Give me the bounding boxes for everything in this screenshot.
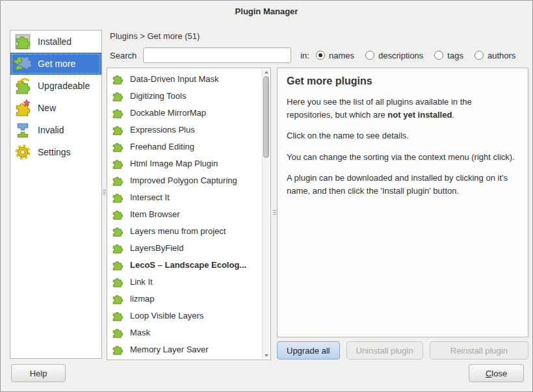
plugin-list-item[interactable]: Improved Polygon Capturing (107, 172, 262, 189)
details-panel: Get more plugins Here you see the list o… (277, 68, 528, 337)
sidebar-item-label: Invalid (38, 125, 64, 135)
plugin-puzzle-icon (112, 73, 124, 85)
search-in-label: in: (300, 51, 309, 60)
upgradeable-plugin-icon (14, 77, 32, 95)
close-button[interactable]: Close (469, 364, 524, 382)
plugin-puzzle-icon (112, 174, 124, 186)
sidebar-item-label: Get more (38, 59, 75, 69)
plugin-puzzle-icon (112, 140, 124, 152)
settings-gear-icon (14, 143, 32, 161)
installed-plugin-icon (14, 33, 32, 51)
plugin-puzzle-icon (112, 208, 124, 220)
plugin-list-item[interactable]: Data-Driven Input Mask (107, 70, 262, 87)
plugin-list-item[interactable]: Intersect It (107, 189, 262, 205)
details-paragraph: You can change the sorting via the conte… (287, 151, 519, 164)
plugin-name: Freehand Editing (130, 142, 194, 151)
plugin-puzzle-icon (112, 276, 124, 287)
radio-tags[interactable]: tags (434, 51, 463, 60)
plugin-name: Dockable MirrorMap (130, 108, 206, 118)
plugin-name: Digitizing Tools (130, 91, 186, 101)
plugin-list-item[interactable]: Memory Layer Saver (107, 341, 262, 358)
sidebar: Installed Get more (10, 30, 102, 359)
plugin-puzzle-icon (112, 326, 124, 338)
uninstall-plugin-button[interactable]: Uninstall plugin (346, 341, 423, 359)
radio-authors[interactable]: authors (474, 51, 515, 60)
sidebar-item-new[interactable]: New (10, 97, 101, 119)
radio-circle-icon (365, 51, 374, 60)
sidebar-item-installed[interactable]: Installed (10, 31, 101, 53)
plugin-name: lizmap (130, 294, 155, 304)
plugin-list-item[interactable]: lizmap (107, 290, 262, 307)
titlebar[interactable]: Plugin Manager (1, 1, 532, 21)
plugin-list-item[interactable]: Mask (107, 324, 262, 341)
plugin-puzzle-icon (112, 225, 124, 237)
plugin-name: Layers menu from project (130, 226, 226, 236)
scrollbar-thumb[interactable] (263, 76, 269, 158)
plugin-puzzle-icon (112, 107, 124, 118)
plugin-name: LayersByField (130, 243, 183, 253)
plugin-list-item[interactable]: Html Image Map Plugin (107, 155, 262, 172)
plugin-manager-dialog: Plugin Manager Installed (0, 0, 533, 392)
plugin-name: Link It (130, 277, 153, 287)
get-more-plugin-icon (14, 55, 32, 73)
plugin-name: Intersect It (130, 192, 170, 202)
plugin-list-item[interactable]: Link It (107, 273, 262, 290)
upgrade-all-button[interactable]: Upgrade all (277, 341, 340, 359)
plugin-puzzle-icon (112, 309, 124, 321)
radio-circle-icon (434, 51, 443, 60)
plugin-list-item[interactable]: Freehand Editing (107, 138, 262, 155)
plugin-list-item[interactable]: Layers menu from project (107, 222, 262, 239)
plugin-name: Improved Polygon Capturing (130, 176, 237, 185)
list-details-splitter-handle[interactable] (273, 210, 276, 215)
sidebar-item-get-more[interactable]: Get more (10, 53, 101, 75)
breadcrumb: Plugins > Get more (51) (110, 31, 200, 41)
radio-names[interactable]: names (316, 51, 354, 60)
sidebar-item-upgradeable[interactable]: Upgradeable (10, 75, 101, 97)
radio-circle-icon (316, 51, 325, 60)
radio-descriptions[interactable]: descriptions (365, 51, 423, 60)
plugin-name: Expressions Plus (130, 125, 195, 135)
invalid-plugin-icon (14, 121, 32, 139)
plugin-list: Data-Driven Input Mask Digitizing Tools … (107, 70, 262, 359)
plugin-list-item[interactable]: Expressions Plus (107, 121, 262, 138)
plugin-list-item[interactable]: LayersByField (107, 239, 262, 256)
plugin-list-item[interactable]: LecoS – Landscape Ecolog... (107, 256, 262, 273)
details-paragraph: Here you see the list of all plugins ava… (287, 96, 519, 121)
sidebar-item-invalid[interactable]: Invalid (10, 119, 101, 141)
details-paragraph: Click on the name to see details. (287, 129, 519, 142)
plugin-list-item[interactable]: Loop Visible Layers (107, 307, 262, 324)
sidebar-splitter-handle[interactable] (103, 190, 106, 194)
plugin-puzzle-icon (112, 343, 124, 355)
plugin-list-panel: Data-Driven Input Mask Digitizing Tools … (107, 68, 271, 360)
search-row: Search in: names descriptions tags autho… (110, 47, 528, 64)
list-scrollbar[interactable] (262, 69, 270, 359)
scroll-up-icon[interactable] (265, 71, 268, 73)
help-button[interactable]: Help (11, 364, 66, 382)
sidebar-item-settings[interactable]: Settings (10, 141, 101, 163)
scroll-down-icon[interactable] (265, 354, 268, 357)
plugin-name: Memory Layer Saver (130, 345, 209, 354)
plugin-list-item[interactable]: Dockable MirrorMap (107, 104, 262, 121)
plugin-list-item[interactable]: Item Browser (107, 205, 262, 222)
new-plugin-icon (14, 99, 32, 117)
plugin-name: Loop Visible Layers (130, 311, 203, 320)
plugin-puzzle-icon (112, 259, 124, 270)
reinstall-plugin-button[interactable]: Reinstall plugin (430, 341, 528, 359)
action-button-row: Upgrade all Uninstall plugin Reinstall p… (277, 341, 528, 359)
search-label: Search (110, 51, 136, 60)
plugin-list-item[interactable]: Digitizing Tools (107, 87, 262, 104)
plugin-name: Data-Driven Input Mask (130, 74, 219, 84)
details-heading: Get more plugins (287, 75, 519, 87)
search-input[interactable] (143, 47, 291, 63)
plugin-name: Html Image Map Plugin (130, 159, 218, 168)
plugin-puzzle-icon (112, 124, 124, 135)
window-title: Plugin Manager (235, 7, 298, 16)
plugin-puzzle-icon (112, 191, 124, 203)
radio-circle-icon (474, 51, 484, 60)
details-body: Here you see the list of all plugins ava… (287, 96, 519, 197)
sidebar-item-label: Installed (38, 36, 72, 47)
plugin-name: LecoS – Landscape Ecolog... (130, 260, 246, 270)
plugin-name: Mask (130, 328, 150, 337)
plugin-list-item[interactable] (107, 358, 262, 359)
plugin-puzzle-icon (112, 157, 124, 169)
